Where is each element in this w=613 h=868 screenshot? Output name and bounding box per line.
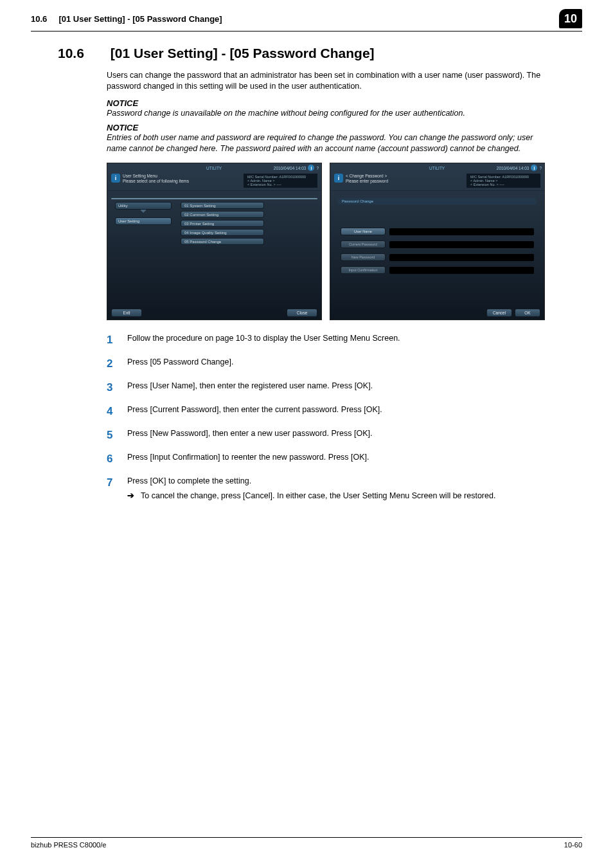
panel-header: Password Change	[338, 198, 537, 204]
notice-2-text: Entries of both user name and password a…	[107, 132, 555, 154]
field-row-new-password: New Password	[341, 253, 534, 261]
step-3: 3Press [User Name], then enter the regis…	[107, 381, 555, 395]
serial-value: A1RF001000000	[280, 175, 306, 179]
screenshot-password-change: UTILITY 2010/04/04 14:03 i ? i < Change …	[330, 163, 545, 320]
step-text: Press [Input Confirmation] to reenter th…	[127, 452, 369, 467]
serial-value: A1RF001000000	[502, 175, 529, 179]
machine-info-box: M/C Serial Number: A1RF001000000 < Admin…	[466, 174, 540, 188]
input-confirmation-button[interactable]: Input Confirmation	[341, 266, 386, 274]
arrow-icon: ➔	[127, 491, 134, 502]
step-text: Press [New Password], then enter a new u…	[127, 428, 372, 443]
step-text: Press [Current Password], then enter the…	[127, 404, 382, 419]
current-password-value[interactable]	[389, 241, 534, 248]
menu-item-04-image-quality-setting[interactable]: 04 Image Quality Setting	[181, 229, 264, 236]
header-text: 10.6 [01 User Setting] - [05 Password Ch…	[31, 14, 559, 24]
step-2: 2Press [05 Password Change].	[107, 357, 555, 372]
utility-label: UTILITY	[206, 166, 222, 170]
current-password-button[interactable]: Current Password	[341, 240, 386, 248]
notice-2-label: NOTICE	[107, 123, 555, 132]
utility-label: UTILITY	[429, 166, 445, 170]
notice-1-text: Password change is unavailable on the ma…	[107, 108, 555, 119]
side-tabs: Utility User Setting	[115, 202, 172, 228]
step-number: 3	[107, 381, 116, 395]
step-text: Press [OK] to complete the setting.	[127, 476, 495, 487]
header-section-path: [01 User Setting] - [05 Password Change]	[58, 14, 222, 24]
chapter-badge: 10	[559, 9, 582, 28]
step-5: 5Press [New Password], then enter a new …	[107, 428, 555, 443]
step-1: 1Follow the procedure on page 10-3 to di…	[107, 333, 555, 348]
ext-label: < Extension No. > ----	[470, 183, 537, 186]
header-section-ref: 10.6	[31, 14, 47, 24]
intro-paragraph: Users can change the password that an ad…	[107, 70, 555, 92]
steps-list: 1Follow the procedure on page 10-3 to di…	[107, 333, 555, 501]
side-tab-utility[interactable]: Utility	[115, 202, 172, 210]
substep-text: To cancel the change, press [Cancel]. In…	[141, 491, 495, 502]
step-number: 5	[107, 428, 116, 443]
info-line-1: < Change Password >	[346, 174, 388, 178]
menu-column: 01 System Setting 02 Common Setting 03 P…	[181, 202, 264, 247]
footer-right: 10-60	[564, 841, 582, 849]
section-heading: [01 User Setting] - [05 Password Change]	[111, 46, 375, 60]
side-tab-user-setting[interactable]: User Setting	[115, 217, 172, 225]
new-password-value[interactable]	[389, 254, 534, 261]
screen-top-bar: UTILITY 2010/04/04 14:03 i ?	[107, 163, 321, 172]
machine-info-box: M/C Serial Number: A1RF001000000 < Admin…	[244, 174, 317, 188]
screen-top-bar: UTILITY 2010/04/04 14:03 i ?	[330, 163, 544, 172]
step-7: 7 Press [OK] to complete the setting. ➔ …	[107, 476, 555, 502]
info-pill-icon: i	[531, 165, 537, 171]
footer-left: bizhub PRESS C8000/e	[31, 841, 106, 849]
step-7-substep: ➔ To cancel the change, press [Cancel]. …	[127, 491, 495, 502]
footer-rule	[31, 837, 582, 838]
help-icon[interactable]: ?	[539, 166, 542, 170]
user-name-button[interactable]: User Name	[341, 228, 386, 235]
input-confirmation-value[interactable]	[389, 267, 534, 274]
new-password-button[interactable]: New Password	[341, 253, 386, 261]
help-icon[interactable]: ?	[316, 166, 319, 170]
cancel-button[interactable]: Cancel	[486, 309, 512, 317]
ok-button[interactable]: OK	[515, 309, 540, 317]
step-number: 4	[107, 404, 116, 419]
info-icon: i	[111, 174, 120, 183]
step-4: 4Press [Current Password], then enter th…	[107, 404, 555, 419]
info-line-2: Please enter password	[346, 179, 388, 183]
step-6: 6Press [Input Confirmation] to reenter t…	[107, 452, 555, 467]
step-text: Press [05 Password Change].	[127, 357, 233, 372]
section-number: 10.6	[58, 46, 107, 61]
field-row-input-confirmation: Input Confirmation	[341, 266, 534, 274]
info-line-1: User Setting Menu	[123, 174, 189, 178]
info-line-2: Please select one of following items	[123, 179, 189, 183]
menu-item-02-common-setting[interactable]: 02 Common Setting	[181, 211, 264, 218]
close-button[interactable]: Close	[287, 309, 317, 317]
info-pill-icon: i	[308, 165, 314, 171]
exit-button[interactable]: Exit	[111, 309, 142, 317]
step-number: 7	[107, 476, 116, 502]
content: 10.6 [01 User Setting] - [05 Password Ch…	[0, 32, 613, 502]
screenshot-user-setting-menu: UTILITY 2010/04/04 14:03 i ? i User Sett…	[107, 163, 322, 320]
page-footer: bizhub PRESS C8000/e 10-60	[31, 837, 582, 849]
menu-item-01-system-setting[interactable]: 01 System Setting	[181, 202, 264, 209]
step-text: Press [User Name], then enter the regist…	[127, 381, 373, 395]
screenshot-row: UTILITY 2010/04/04 14:03 i ? i User Sett…	[107, 163, 555, 320]
menu-item-05-password-change[interactable]: 05 Password Change	[181, 238, 264, 245]
field-row-user-name: User Name	[341, 228, 534, 235]
field-row-current-password: Current Password	[341, 240, 534, 248]
screen-info-row: i User Setting Menu Please select one of…	[107, 172, 321, 191]
page-header: 10.6 [01 User Setting] - [05 Password Ch…	[0, 0, 613, 31]
ext-label: < Extension No. > ----	[247, 183, 314, 186]
info-icon: i	[334, 174, 343, 183]
section-title: 10.6 [01 User Setting] - [05 Password Ch…	[58, 46, 555, 61]
menu-item-03-printer-setting[interactable]: 03 Printer Setting	[181, 220, 264, 227]
step-number: 2	[107, 357, 116, 372]
divider-rule	[111, 198, 317, 199]
step-number: 6	[107, 452, 116, 467]
step-text: Follow the procedure on page 10-3 to dis…	[127, 333, 400, 348]
datetime: 2010/04/04 14:03	[497, 166, 529, 170]
user-name-value[interactable]	[389, 228, 534, 235]
notice-1-label: NOTICE	[107, 98, 555, 108]
screen-info-row: i < Change Password > Please enter passw…	[330, 172, 544, 191]
datetime: 2010/04/04 14:03	[274, 166, 306, 170]
step-number: 1	[107, 333, 116, 348]
